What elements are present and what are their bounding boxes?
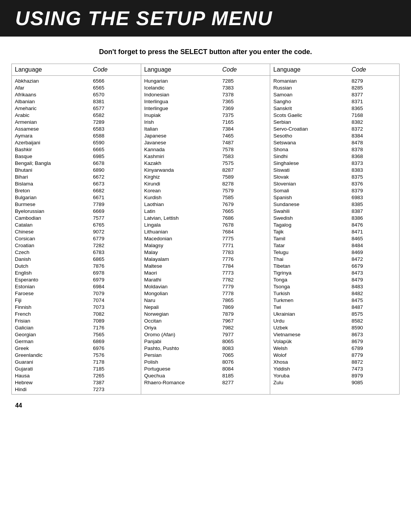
language-name: Sesotho xyxy=(273,133,351,139)
language-name: Russian xyxy=(273,85,351,91)
language-name: Volapük xyxy=(273,339,351,344)
language-code: 8872 xyxy=(352,359,396,365)
col1-lang-header: Language xyxy=(15,66,93,73)
table-row: Moldavian7779 xyxy=(141,283,270,290)
language-name: Armenian xyxy=(15,119,93,125)
table-row: Croatian7282 xyxy=(12,242,141,249)
table-row: Somali8379 xyxy=(270,187,399,194)
table-row: Sangho8371 xyxy=(270,98,399,105)
language-code: 7775 xyxy=(222,236,267,241)
language-code: 8083 xyxy=(222,345,267,351)
table-row: Bulgarian6671 xyxy=(12,194,141,201)
table-row: Setswana8478 xyxy=(270,139,399,146)
table-row: Chinese9072 xyxy=(12,228,141,235)
table-row: Telugu8469 xyxy=(270,249,399,256)
table-row: Maori7773 xyxy=(141,269,270,276)
language-code: 8076 xyxy=(222,359,267,365)
language-code: 8979 xyxy=(352,373,396,379)
table-row: Nepali7869 xyxy=(141,304,270,310)
table-row: Dutch7876 xyxy=(12,262,141,269)
language-code: 7165 xyxy=(222,119,267,125)
language-name: Sanskrit xyxy=(273,105,351,111)
language-name: Sundanese xyxy=(273,201,351,207)
language-code: 6588 xyxy=(93,133,137,139)
table-row: English6978 xyxy=(12,269,141,276)
language-code: 8779 xyxy=(352,352,396,358)
table-row: Yiddish7473 xyxy=(270,365,399,372)
table-row: Yoruba8979 xyxy=(270,372,399,379)
language-name: Tatar xyxy=(273,243,351,248)
table-row: Lithuanian7684 xyxy=(141,228,270,235)
language-code: 7073 xyxy=(93,304,137,310)
language-name: Laothian xyxy=(144,201,222,207)
table-row: Marathi7782 xyxy=(141,276,270,283)
language-name: Portuguese xyxy=(144,366,222,372)
table-row: Turkish8482 xyxy=(270,290,399,297)
table-row: Gujarati7185 xyxy=(12,365,141,372)
language-code: 7473 xyxy=(352,366,396,372)
language-code: 6672 xyxy=(93,174,137,180)
language-name: Frisian xyxy=(15,318,93,324)
language-code: 8084 xyxy=(222,366,267,372)
language-name: Swahili xyxy=(273,208,351,214)
language-name: Tsonga xyxy=(273,284,351,289)
language-name: Corsican xyxy=(15,236,93,241)
table-row: Sindhi8368 xyxy=(270,153,399,160)
language-code: 8386 xyxy=(352,215,396,221)
table-row: Breton6682 xyxy=(12,187,141,194)
language-name: Singhalese xyxy=(273,160,351,166)
language-code: 7289 xyxy=(93,119,137,125)
table-row: Tagalog8476 xyxy=(270,221,399,228)
table-row: Scots Gaelic7168 xyxy=(270,112,399,118)
language-name: Nepali xyxy=(144,304,222,310)
language-code: 7585 xyxy=(222,195,267,200)
language-name: Turkmen xyxy=(273,297,351,303)
table-row: Oromo (Afan)7977 xyxy=(141,331,270,338)
language-name: Malagsy xyxy=(144,243,222,248)
language-name: Marathi xyxy=(144,277,222,283)
language-name: Hebrew xyxy=(15,380,93,385)
table-row: Twi8487 xyxy=(270,304,399,310)
language-name: Danish xyxy=(15,256,93,262)
language-code: 6673 xyxy=(93,181,137,187)
language-name: Norwegian xyxy=(144,311,222,317)
table-row: Macedonian7775 xyxy=(141,235,270,242)
language-code: 7583 xyxy=(222,153,267,159)
col2-body: Hungarian7285Icelandic7383Indonesian7378… xyxy=(141,76,270,387)
language-name: Bulgarian xyxy=(15,195,93,200)
language-name: Yoruba xyxy=(273,373,351,379)
table-row: Malay7783 xyxy=(141,249,270,256)
language-code: 7082 xyxy=(93,311,137,317)
language-code: 7465 xyxy=(222,133,267,139)
language-name: Polish xyxy=(144,359,222,365)
language-name: Guarani xyxy=(15,359,93,365)
table-row: Indonesian7378 xyxy=(141,91,270,98)
language-name: Croatian xyxy=(15,243,93,248)
page-number: 44 xyxy=(15,402,396,409)
language-name: Bhutani xyxy=(15,167,93,173)
language-name: Turkish xyxy=(273,291,351,296)
table-row: Fiji7074 xyxy=(12,297,141,304)
language-name: Georgian xyxy=(15,332,93,337)
language-code: 8484 xyxy=(352,243,396,248)
language-name: Tonga xyxy=(273,277,351,283)
language-name: Slovak xyxy=(273,174,351,180)
table-row: Catalan6765 xyxy=(12,221,141,228)
table-row: Welsh6789 xyxy=(270,345,399,351)
table-row: Volapük8679 xyxy=(270,338,399,345)
language-name: Kurdish xyxy=(144,195,222,200)
language-code: 7776 xyxy=(222,256,267,262)
language-code: 7575 xyxy=(222,160,267,166)
table-row: Norwegian7879 xyxy=(141,310,270,317)
language-code: 8465 xyxy=(352,236,396,241)
language-name: Basque xyxy=(15,153,93,159)
language-code: 7779 xyxy=(222,284,267,289)
language-name: Interlingua xyxy=(144,99,222,104)
table-row: Turkmen8475 xyxy=(270,297,399,304)
language-name: Kazakh xyxy=(144,160,222,166)
table-row: Panjabi8065 xyxy=(141,338,270,345)
language-name: Czech xyxy=(15,249,93,255)
table-row: Wolof8779 xyxy=(270,351,399,358)
table-row: Corsican6779 xyxy=(12,235,141,242)
language-name: Samoan xyxy=(273,92,351,97)
